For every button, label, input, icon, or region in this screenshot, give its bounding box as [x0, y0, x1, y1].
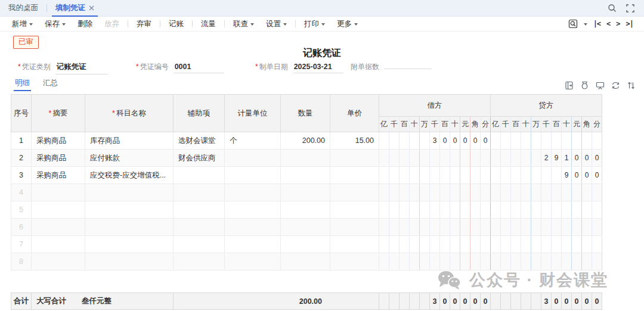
debit-digit-cell[interactable]: [440, 253, 450, 270]
debit-digit-cell[interactable]: [470, 167, 481, 184]
cell-price[interactable]: [330, 219, 379, 236]
debit-digit-cell[interactable]: [470, 184, 481, 201]
debit-digit-cell[interactable]: 0: [450, 132, 460, 150]
cell-unit[interactable]: [225, 219, 281, 236]
debit-digit-cell[interactable]: [470, 201, 481, 219]
credit-digit-cell[interactable]: [572, 219, 582, 236]
cell-aux[interactable]: [174, 167, 225, 184]
debit-digit-cell[interactable]: 0: [460, 132, 470, 150]
credit-digit-cell[interactable]: [592, 219, 602, 236]
save-button[interactable]: 保存: [39, 17, 72, 31]
debit-digit-cell[interactable]: [470, 219, 481, 236]
screen-icon[interactable]: [596, 81, 605, 90]
credit-digit-cell[interactable]: [552, 167, 562, 184]
credit-digit-cell[interactable]: [562, 201, 572, 219]
credit-digit-cell[interactable]: [521, 253, 531, 270]
cell-account[interactable]: 库存商品: [85, 132, 174, 150]
debit-digit-cell[interactable]: [481, 201, 491, 219]
debit-digit-cell[interactable]: [430, 167, 440, 184]
credit-digit-cell[interactable]: [521, 184, 531, 201]
credit-digit-cell[interactable]: 0: [592, 167, 602, 184]
next-record-icon[interactable]: >: [616, 20, 620, 28]
cell-account[interactable]: [85, 184, 174, 201]
debit-digit-cell[interactable]: [420, 184, 430, 201]
credit-digit-cell[interactable]: [541, 184, 552, 201]
cell-summary[interactable]: [32, 236, 85, 253]
cell-qty[interactable]: [281, 219, 330, 236]
credit-digit-cell[interactable]: [572, 253, 582, 270]
credit-digit-cell[interactable]: [491, 150, 501, 167]
cell-summary[interactable]: [32, 253, 85, 270]
unaudit-button[interactable]: 弃审: [131, 17, 157, 31]
debit-digit-cell[interactable]: [400, 219, 410, 236]
credit-digit-cell[interactable]: [501, 150, 511, 167]
credit-digit-cell[interactable]: [521, 150, 531, 167]
debit-digit-cell[interactable]: [470, 236, 481, 253]
cell-qty[interactable]: [281, 150, 330, 167]
delete-button[interactable]: 删除: [72, 17, 98, 31]
debit-digit-cell[interactable]: [481, 184, 491, 201]
debit-digit-cell[interactable]: [410, 184, 420, 201]
print-button[interactable]: 打印: [298, 17, 331, 31]
cell-summary[interactable]: 采购商品: [32, 132, 85, 150]
cell-aux[interactable]: 选财会课堂: [174, 132, 225, 150]
debit-digit-cell[interactable]: [440, 219, 450, 236]
debit-digit-cell[interactable]: [470, 253, 481, 270]
debit-digit-cell[interactable]: [460, 167, 470, 184]
fullscreen-icon[interactable]: [626, 4, 634, 13]
debit-digit-cell[interactable]: [440, 150, 450, 167]
credit-digit-cell[interactable]: [531, 184, 541, 201]
credit-digit-cell[interactable]: [592, 184, 602, 201]
debit-digit-cell[interactable]: [410, 132, 420, 150]
abandon-button[interactable]: 放弃: [98, 17, 125, 31]
cell-account[interactable]: 应付账款: [85, 150, 174, 167]
credit-digit-cell[interactable]: [582, 184, 592, 201]
voucher-no-input[interactable]: 0001: [174, 63, 224, 73]
row-number[interactable]: 6: [11, 219, 32, 236]
money-bag-icon[interactable]: [580, 81, 589, 90]
credit-digit-cell[interactable]: 9: [552, 150, 562, 167]
voucher-type-input[interactable]: 记账凭证: [55, 62, 108, 74]
debit-digit-cell[interactable]: [400, 253, 410, 270]
credit-digit-cell[interactable]: [562, 132, 572, 150]
first-record-icon[interactable]: |<: [593, 20, 600, 28]
debit-digit-cell[interactable]: 0: [440, 132, 450, 150]
credit-digit-cell[interactable]: [541, 132, 552, 150]
credit-digit-cell[interactable]: [562, 184, 572, 201]
debit-digit-cell[interactable]: 0: [470, 132, 481, 150]
attachments-input[interactable]: [384, 67, 432, 69]
more-button[interactable]: 更多: [331, 17, 364, 31]
debit-digit-cell[interactable]: [389, 201, 400, 219]
debit-digit-cell[interactable]: [430, 236, 440, 253]
debit-digit-cell[interactable]: [400, 167, 410, 184]
cell-summary[interactable]: [32, 219, 85, 236]
cell-aux[interactable]: [174, 184, 225, 201]
cell-unit[interactable]: [225, 167, 281, 184]
credit-digit-cell[interactable]: 0: [572, 167, 582, 184]
debit-digit-cell[interactable]: [430, 253, 440, 270]
credit-digit-cell[interactable]: [521, 167, 531, 184]
credit-digit-cell[interactable]: [501, 201, 511, 219]
credit-digit-cell[interactable]: [531, 219, 541, 236]
credit-digit-cell[interactable]: [511, 219, 521, 236]
chevron-down-icon[interactable]: [584, 23, 587, 26]
cell-unit[interactable]: 个: [225, 132, 281, 150]
credit-digit-cell[interactable]: [582, 253, 592, 270]
debit-digit-cell[interactable]: [481, 253, 491, 270]
tab-my-desktop[interactable]: 我的桌面: [0, 0, 47, 17]
credit-digit-cell[interactable]: [511, 167, 521, 184]
debit-digit-cell[interactable]: [481, 236, 491, 253]
credit-digit-cell[interactable]: [511, 150, 521, 167]
debit-digit-cell[interactable]: [379, 236, 389, 253]
debit-digit-cell[interactable]: [389, 150, 400, 167]
debit-digit-cell[interactable]: 0: [481, 132, 491, 150]
credit-digit-cell[interactable]: [521, 236, 531, 253]
cell-qty[interactable]: [281, 201, 330, 219]
cell-account[interactable]: [85, 219, 174, 236]
cell-qty[interactable]: [281, 236, 330, 253]
cell-account[interactable]: [85, 236, 174, 253]
prev-record-icon[interactable]: <: [606, 20, 610, 28]
credit-digit-cell[interactable]: [501, 167, 511, 184]
tab-fill-voucher[interactable]: 填制凭证: [47, 0, 103, 17]
credit-digit-cell[interactable]: [511, 184, 521, 201]
